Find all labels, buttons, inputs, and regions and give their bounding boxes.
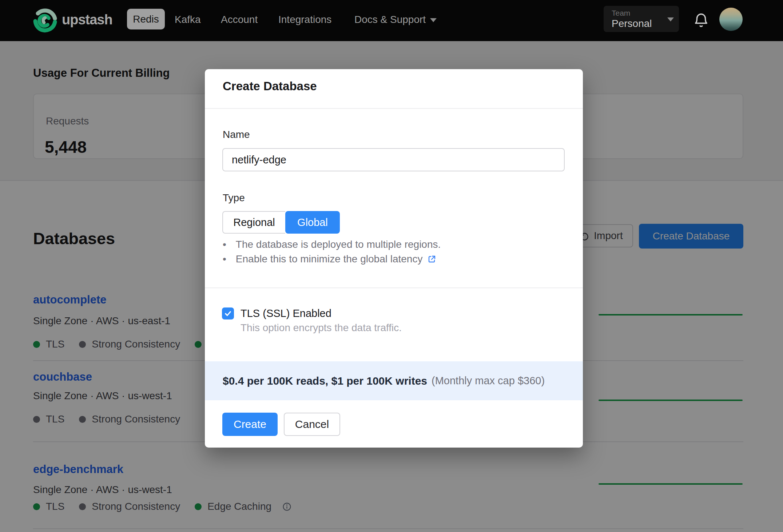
chevron-down-icon (667, 17, 674, 21)
tls-checkbox[interactable] (222, 307, 234, 319)
top-navbar: upstash Redis Kafka Account Integrations… (0, 0, 783, 41)
type-bullet-1: The database is deployed to multiple reg… (223, 239, 441, 250)
nav-item-docs-support[interactable]: Docs & Support (354, 14, 437, 25)
nav-item-kafka[interactable]: Kafka (175, 14, 201, 25)
create-button[interactable]: Create (222, 413, 278, 436)
nav-item-redis[interactable]: Redis (127, 9, 165, 29)
pricing-text: $0.4 per 100K reads, $1 per 100K writes (223, 375, 427, 387)
modal-header-divider (205, 108, 583, 109)
nav-item-integrations[interactable]: Integrations (278, 14, 331, 25)
pricing-banner: $0.4 per 100K reads, $1 per 100K writes … (205, 361, 583, 400)
modal-section-divider (205, 287, 583, 288)
app-window: upstash Redis Kafka Account Integrations… (0, 0, 783, 532)
nav-item-docs-support-label: Docs & Support (354, 14, 426, 25)
checkmark-icon (224, 309, 232, 318)
tls-description: This option encrypts the data traffic. (241, 322, 402, 334)
chevron-down-icon (430, 18, 437, 22)
modal-title: Create Database (223, 79, 317, 93)
external-link-icon[interactable] (428, 255, 436, 263)
nav-item-redis-label: Redis (133, 13, 159, 25)
brand-wordmark: upstash (62, 12, 112, 28)
user-avatar[interactable] (719, 8, 743, 31)
cancel-button[interactable]: Cancel (284, 413, 340, 436)
type-option-regional[interactable]: Regional (222, 211, 285, 234)
bullet-text: The database is deployed to multiple reg… (236, 239, 441, 250)
upstash-logo-icon[interactable] (32, 7, 58, 33)
type-toggle: Regional Global (222, 211, 340, 234)
type-bullet-2: Enable this to minimize the global laten… (223, 253, 436, 265)
nav-item-account[interactable]: Account (221, 14, 258, 25)
notifications-bell-icon[interactable] (693, 12, 710, 29)
name-label: Name (223, 129, 250, 140)
pricing-cap-note: (Monthly max cap $360) (432, 375, 545, 387)
team-selector-value: Personal (612, 18, 652, 29)
create-database-modal: Create Database Name Type Regional Globa… (205, 69, 583, 448)
type-label: Type (223, 192, 245, 204)
team-selector-label: Team (612, 9, 630, 17)
type-option-global[interactable]: Global (285, 211, 340, 234)
database-name-input[interactable] (222, 148, 565, 171)
tls-enabled-label: TLS (SSL) Enabled (241, 307, 331, 319)
bullet-text: Enable this to minimize the global laten… (236, 253, 423, 265)
team-selector[interactable]: Team Personal (604, 6, 679, 32)
